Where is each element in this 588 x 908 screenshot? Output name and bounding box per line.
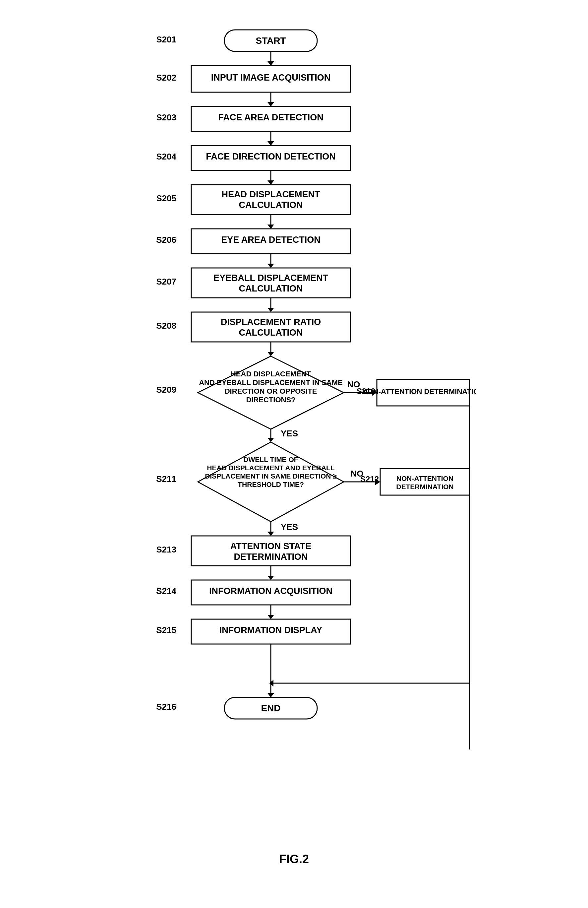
svg-text:CALCULATION: CALCULATION [239,200,303,210]
svg-marker-98 [267,693,274,697]
svg-text:HEAD DISPLACEMENT AND EYEBALL: HEAD DISPLACEMENT AND EYEBALL [207,464,335,472]
svg-marker-20 [267,180,274,185]
svg-text:CALCULATION: CALCULATION [239,328,303,338]
svg-text:EYEBALL DISPLACEMENT: EYEBALL DISPLACEMENT [214,273,328,283]
svg-text:INFORMATION DISPLAY: INFORMATION DISPLAY [219,625,323,635]
svg-text:S206: S206 [156,235,176,245]
svg-marker-15 [267,141,274,146]
svg-text:THRESHOLD TIME?: THRESHOLD TIME? [238,481,304,488]
svg-text:FACE AREA DETECTION: FACE AREA DETECTION [218,113,323,122]
svg-text:DETERMINATION: DETERMINATION [234,552,308,562]
svg-marker-87 [267,615,274,619]
svg-text:S207: S207 [156,277,176,287]
figure-caption: FIG.2 [279,852,309,866]
svg-text:S202: S202 [156,72,176,82]
svg-text:S203: S203 [156,113,176,122]
svg-text:NON-ATTENTION DETERMINATION: NON-ATTENTION DETERMINATION [362,387,476,396]
svg-text:CALCULATION: CALCULATION [239,283,303,293]
svg-text:DETERMINATION: DETERMINATION [396,483,453,491]
svg-text:S201: S201 [156,34,176,44]
svg-text:AND EYEBALL DISPLACEMENT IN SA: AND EYEBALL DISPLACEMENT IN SAME [199,378,343,387]
svg-marker-75 [267,531,274,536]
svg-text:NON-ATTENTION: NON-ATTENTION [397,475,453,482]
flowchart: START S201 INPUT IMAGE ACQUISITION S202 … [95,20,493,832]
svg-marker-26 [267,224,274,229]
svg-text:S215: S215 [156,625,176,635]
svg-text:YES: YES [281,428,298,438]
svg-text:S212: S212 [360,475,379,483]
svg-text:INFORMATION ACQUISITION: INFORMATION ACQUISITION [209,586,333,596]
svg-text:START: START [255,35,286,46]
svg-text:S209: S209 [156,385,176,394]
svg-text:HEAD DISPLACEMENT: HEAD DISPLACEMENT [222,189,320,199]
svg-text:FACE DIRECTION DETECTION: FACE DIRECTION DETECTION [206,151,336,161]
svg-text:S211: S211 [156,474,176,484]
svg-marker-10 [267,102,274,106]
flowchart-svg: START S201 INPUT IMAGE ACQUISITION S202 … [112,20,476,832]
svg-text:S216: S216 [156,702,176,712]
svg-marker-43 [267,352,274,356]
svg-text:END: END [261,703,280,713]
svg-text:DISPLACEMENT IN SAME DIRECTION: DISPLACEMENT IN SAME DIRECTION ≥ [205,472,337,480]
svg-text:S208: S208 [156,321,176,331]
svg-text:S204: S204 [156,151,176,161]
svg-text:YES: YES [281,522,298,532]
svg-text:DIRECTION OR OPPOSITE: DIRECTION OR OPPOSITE [225,387,317,395]
svg-marker-5 [267,61,274,66]
svg-text:DWELL TIME OF: DWELL TIME OF [243,456,298,463]
svg-text:HEAD DISPLACEMENT: HEAD DISPLACEMENT [231,370,311,378]
svg-text:DIRECTIONS?: DIRECTIONS? [246,396,295,404]
svg-marker-58 [267,438,274,442]
svg-text:INPUT IMAGE ACQUISITION: INPUT IMAGE ACQUISITION [211,72,331,82]
svg-text:DISPLACEMENT RATIO: DISPLACEMENT RATIO [221,317,321,327]
svg-marker-82 [267,576,274,580]
svg-text:S210: S210 [357,387,375,396]
svg-marker-31 [267,264,274,268]
svg-marker-37 [267,308,274,312]
svg-text:EYE AREA DETECTION: EYE AREA DETECTION [221,235,321,245]
svg-text:S213: S213 [156,544,176,554]
svg-text:ATTENTION STATE: ATTENTION STATE [230,541,311,551]
svg-text:S205: S205 [156,193,176,203]
svg-text:S214: S214 [156,586,176,596]
